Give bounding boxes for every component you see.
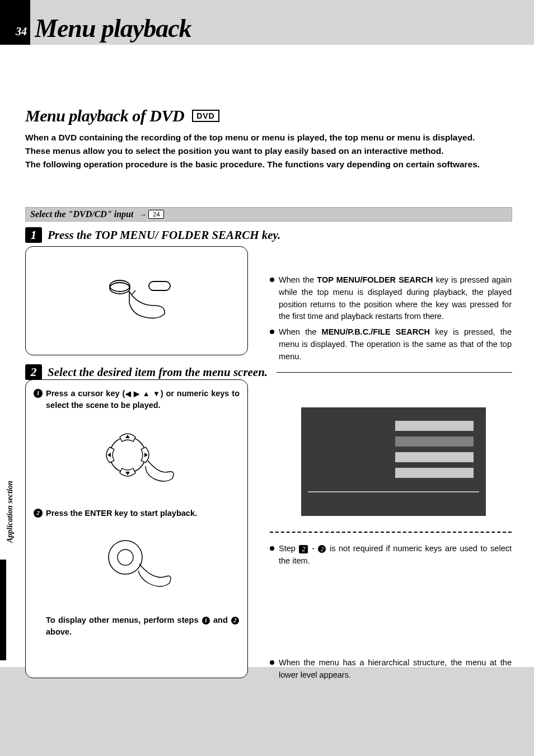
dashed-divider	[270, 532, 512, 533]
note-row: When the MENU/P.B.C./FILE SEARCH key is …	[270, 326, 512, 363]
circ-1-inline: 1	[202, 617, 210, 624]
menu-item-bar	[395, 468, 474, 478]
note-row: When the TOP MENU/FOLDER SEARCH key is p…	[270, 274, 512, 323]
menu-divider	[308, 491, 479, 492]
step-2-note-b: When the menu has a hierarchical structu…	[270, 657, 512, 685]
substep-2-text: Press the ENTER key to start playback.	[46, 508, 197, 519]
bullet-icon	[270, 330, 274, 334]
substep-footer: To display other menus, perform steps 1 …	[34, 614, 240, 638]
bullet-icon	[270, 660, 274, 665]
step-2-inline: 2	[299, 545, 308, 553]
note-3: Step 2 - 2 is not required if numeric ke…	[279, 543, 512, 567]
bullet-icon	[270, 546, 274, 551]
step-2-num: 2	[25, 364, 42, 380]
dpad-icon	[92, 421, 181, 494]
note-row: Step 2 - 2 is not required if numeric ke…	[270, 543, 512, 567]
note-1: When the TOP MENU/FOLDER SEARCH key is p…	[279, 274, 512, 323]
circ-2-inline: 2	[318, 545, 326, 553]
step-1-num: 1	[25, 227, 42, 243]
svg-point-0	[110, 280, 130, 292]
circ-2-inline: 2	[231, 617, 239, 624]
side-label: Application section	[6, 532, 15, 543]
content-area: Menu playback of DVD DVD When a DVD cont…	[0, 45, 534, 667]
openbook-icon: 24	[148, 210, 164, 219]
page-number-box: 34	[0, 0, 30, 45]
menu-item-bar	[395, 452, 474, 462]
side-label-wrap: Application section	[8, 453, 19, 554]
step-1-header: 1 Press the TOP MENU/ FOLDER SEARCH key.	[25, 227, 280, 243]
page-ref-num: 24	[153, 211, 160, 218]
menu-item-bar-selected	[395, 436, 474, 447]
note-4: When the menu has a hierarchical structu…	[279, 657, 512, 682]
dvd-badge: DVD	[192, 110, 219, 122]
enter-illustration	[95, 530, 179, 598]
menu-screen-illustration	[301, 407, 486, 516]
enter-press-icon	[95, 530, 179, 598]
step-2-note-a: Step 2 - 2 is not required if numeric ke…	[270, 543, 512, 571]
svg-point-1	[110, 283, 130, 294]
substep-2-num: 2	[34, 509, 43, 518]
side-tab	[0, 560, 6, 660]
page-number: 34	[16, 25, 27, 38]
note-row: When the menu has a hierarchical structu…	[270, 657, 512, 682]
svg-point-3	[110, 437, 146, 473]
cursor-arrows-icon: ◀ ▶ ▲ ▼	[125, 389, 160, 398]
substep-1-text: Press a cursor key (◀ ▶ ▲ ▼) or numeric …	[46, 388, 240, 411]
step-2-header: 2 Select the desired item from the menu …	[25, 364, 512, 380]
arrow-icon: →	[139, 210, 146, 219]
intro-p1: When a DVD containing the recording of t…	[25, 131, 512, 144]
input-select-text: Select the "DVD/CD" input	[30, 209, 133, 219]
intro-p2: These menus allow you to select the posi…	[25, 144, 512, 158]
intro-text: When a DVD containing the recording of t…	[25, 131, 512, 171]
svg-rect-2	[149, 281, 170, 290]
press-button-icon	[104, 275, 188, 325]
substep-footer-text: To display other menus, perform steps 1 …	[46, 614, 240, 638]
substep-2: 2 Press the ENTER key to start playback.	[34, 508, 240, 519]
step-1-notes: When the TOP MENU/FOLDER SEARCH key is p…	[270, 274, 512, 366]
menu-item-bar	[395, 421, 474, 431]
intro-p3: The following operation procedure is the…	[25, 158, 512, 171]
step-1-illustration-box	[25, 246, 248, 355]
step-1-title: Press the TOP MENU/ FOLDER SEARCH key.	[48, 228, 280, 242]
step-2-box: 1 Press a cursor key (◀ ▶ ▲ ▼) or numeri…	[25, 379, 248, 678]
substep-1-num: 1	[34, 389, 43, 398]
step-2-rule	[277, 372, 512, 373]
page-ref: → 24	[139, 210, 164, 219]
note-2: When the MENU/P.B.C./FILE SEARCH key is …	[279, 326, 512, 363]
input-select-bar: Select the "DVD/CD" input → 24	[25, 207, 512, 222]
svg-point-8	[109, 541, 142, 574]
subtitle-row: Menu playback of DVD DVD	[25, 106, 219, 125]
page-title: Menu playback	[35, 13, 191, 43]
dpad-illustration	[92, 421, 181, 494]
subtitle: Menu playback of DVD	[25, 106, 184, 125]
step-2-title: Select the desired item from the menu sc…	[48, 365, 268, 379]
substep-1: 1 Press a cursor key (◀ ▶ ▲ ▼) or numeri…	[34, 388, 240, 411]
svg-point-9	[118, 550, 133, 565]
bullet-icon	[270, 278, 274, 282]
